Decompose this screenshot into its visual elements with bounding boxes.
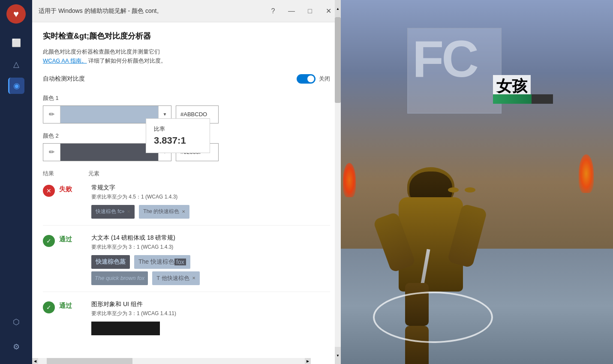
sample-text-fail-2: The 的快速棕色 xyxy=(143,208,179,215)
qbf-text-2: T 他快速棕色 xyxy=(156,274,189,282)
sample-large-2: The 快速棕色 fox xyxy=(134,255,190,269)
sample-qbf-2: T 他快速棕色 ✕ xyxy=(152,271,199,285)
toggle-switch[interactable]: 关闭 xyxy=(297,74,330,84)
bottom-scrollbar[interactable]: ◀ ▶ xyxy=(32,358,311,364)
result-row-normal-text: ✕ 失败 常规文字 要求比率至少为 4.5：1 (WCAG 1.4.3) 快速棕… xyxy=(43,184,330,226)
title-controls: ? — □ ✕ xyxy=(267,5,334,17)
sample-text-fail-1: 快速棕色 fc» xyxy=(96,208,124,215)
heart-icon: ♥ xyxy=(13,9,19,20)
result-row-large-text: ✓ 通过 大文本 (14 磅粗体或 18 磅常规) 要求比率至少为 3：1 (W… xyxy=(43,234,330,292)
desc-line2: 详细了解如何分析颜色对比度。 xyxy=(88,57,166,64)
toggle-track[interactable] xyxy=(297,74,316,84)
sample-qbf-italic: The quick brown fox xyxy=(91,271,148,285)
scroll-right-arrow[interactable]: ▶ xyxy=(305,358,311,364)
bottom-scroll-track xyxy=(38,358,305,364)
content-area[interactable]: 实时检查&gt;颜色对比度分析器 此颜色对比度分析器检查颜色对比度并测量它们 W… xyxy=(32,22,341,364)
color2-swatch[interactable] xyxy=(60,144,158,161)
bottom-scroll-thumb[interactable] xyxy=(47,358,132,364)
fc-letters: FC xyxy=(408,29,501,89)
ground-circle xyxy=(373,292,493,343)
result-detail-normal: 常规文字 要求比率至少为 4.5：1 (WCAG 1.4.3) 快速棕色 fc»… xyxy=(91,184,330,219)
sidebar-logo[interactable]: ♥ xyxy=(6,4,26,24)
sample-large-text-1: 快速棕色蒸 xyxy=(96,258,126,266)
sample-chip-fail-1: 快速棕色 fc» ✕ xyxy=(91,205,135,219)
fire-left xyxy=(343,163,356,197)
result-status-fail: 失败 xyxy=(59,185,78,193)
sidebar-item-link[interactable]: ⬡ xyxy=(8,314,24,330)
color1-eyedropper[interactable]: ✏ xyxy=(43,106,60,123)
scrollbar[interactable]: ▲ ▼ xyxy=(335,0,341,364)
desc-line1: 此颜色对比度分析器检查颜色对比度并测量它们 xyxy=(43,48,160,55)
help-button[interactable]: ? xyxy=(267,5,279,17)
toggle-label: 关闭 xyxy=(319,75,330,83)
fire-right xyxy=(579,154,594,193)
result-subtitle-large: 要求比率至少为 3：1 (WCAG 1.4.3) xyxy=(91,244,330,251)
title-bar: 适用于 Windows 的辅助功能见解 - 颜色 cont。 ? — □ ✕ xyxy=(32,0,341,22)
result-row-graphics: ✓ 通过 图形对象和 UI 组件 要求比率至少为 3：1 (WCAG 1.4.1… xyxy=(43,301,330,342)
color1-label: 颜色 1 xyxy=(43,94,330,102)
settings-icon: ⚙ xyxy=(13,342,20,352)
scroll-up-arrow[interactable]: ▲ xyxy=(335,0,341,17)
flask-icon: △ xyxy=(13,60,19,69)
scroll-down-arrow[interactable]: ▼ xyxy=(335,347,341,364)
color-palette-icon: ◉ xyxy=(13,81,20,90)
desc-link[interactable]: WCAG AA 指南。 xyxy=(43,57,87,64)
large-text-samples-row2: The quick brown fox T 他快速棕色 ✕ xyxy=(91,271,330,285)
char-eye-left xyxy=(448,187,459,193)
close-button[interactable]: ✕ xyxy=(322,5,334,17)
window-title: 适用于 Windows 的辅助功能见解 - 颜色 cont。 xyxy=(39,7,162,15)
auto-detect-label: 自动检测对比度 xyxy=(43,75,297,83)
chip-close-qbf[interactable]: ✕ xyxy=(192,276,195,280)
results-col1-header: 结果 xyxy=(43,170,54,177)
sample-chip-fail-2: The 的快速棕色 ✕ xyxy=(139,205,189,219)
minimize-button[interactable]: — xyxy=(285,5,297,17)
qbf-italic-text: The quick brown fox xyxy=(95,275,144,281)
toggle-thumb xyxy=(307,75,314,82)
fc-overlay-box: FC xyxy=(407,28,502,114)
large-text-samples-row1: 快速棕色蒸 The 快速棕色 fox xyxy=(91,255,330,269)
sample-fox-highlight: fox xyxy=(174,259,186,265)
sidebar-item-settings[interactable]: ⚙ xyxy=(8,339,24,355)
char-eyes xyxy=(446,187,480,195)
fail-icon: ✕ xyxy=(43,185,55,197)
result-title-normal: 常规文字 xyxy=(91,184,330,192)
scroll-left-arrow[interactable]: ◀ xyxy=(32,358,38,364)
sidebar-item-flask[interactable]: △ xyxy=(8,56,24,72)
graphics-samples xyxy=(91,322,330,335)
ratio-label: 比率 xyxy=(154,125,202,133)
left-sidebar: ♥ ⬜ △ ◉ ⬡ ⚙ xyxy=(0,0,32,364)
scrollbar-thumb[interactable] xyxy=(335,17,341,103)
results-col2-header: 元素 xyxy=(88,170,99,177)
result-status-pass-large: 通过 xyxy=(59,235,78,244)
char-eye-right xyxy=(465,187,475,193)
sample-large-text-2: The 快速棕色 xyxy=(138,258,174,266)
progress-overlay xyxy=(493,94,553,104)
result-subtitle-graphics: 要求比率至少为 3：1 (WCAG 1.4.11) xyxy=(91,310,330,317)
results-header: 结果 元素 xyxy=(43,170,330,177)
result-detail-large: 大文本 (14 磅粗体或 18 磅常规) 要求比率至少为 3：1 (WCAG 1… xyxy=(91,234,330,285)
ratio-value: 3.837:1 xyxy=(154,135,202,146)
results-section: 结果 元素 ✕ 失败 常规文字 要求比率至少为 4.5：1 (WCAG 1.4.… xyxy=(43,170,330,342)
chip-close-2[interactable]: ✕ xyxy=(182,209,185,214)
progress-fill xyxy=(493,94,532,104)
color1-swatch[interactable] xyxy=(60,106,158,123)
ratio-box: 比率 3.837:1 xyxy=(146,118,210,153)
section-title: 实时检查&gt;颜色对比度分析器 xyxy=(43,31,330,41)
result-title-large: 大文本 (14 磅粗体或 18 磅常规) xyxy=(91,234,330,242)
normal-text-samples: 快速棕色 fc» ✕ The 的快速棕色 ✕ xyxy=(91,205,330,219)
main-panel: 适用于 Windows 的辅助功能见解 - 颜色 cont。 ? — □ ✕ 实… xyxy=(32,0,341,364)
sidebar-item-color[interactable]: ◉ xyxy=(8,78,24,94)
pass-icon-graphics: ✓ xyxy=(43,301,55,313)
result-detail-graphics: 图形对象和 UI 组件 要求比率至少为 3：1 (WCAG 1.4.11) xyxy=(91,301,330,335)
sample-large-1: 快速棕色蒸 xyxy=(91,255,130,269)
pass-icon-large: ✓ xyxy=(43,235,55,247)
sidebar-item-screen[interactable]: ⬜ xyxy=(8,35,24,51)
result-subtitle-normal: 要求比率至少为 4.5：1 (WCAG 1.4.3) xyxy=(91,193,330,201)
maximize-button[interactable]: □ xyxy=(304,5,316,17)
screen-icon: ⬜ xyxy=(12,38,21,48)
color2-eyedropper[interactable]: ✏ xyxy=(43,144,60,161)
chip-close-1[interactable]: ✕ xyxy=(127,209,130,214)
result-status-pass-graphics: 通过 xyxy=(59,302,78,310)
graphics-chip xyxy=(91,322,160,335)
auto-detect-row: 自动检测对比度 关闭 xyxy=(43,74,330,84)
